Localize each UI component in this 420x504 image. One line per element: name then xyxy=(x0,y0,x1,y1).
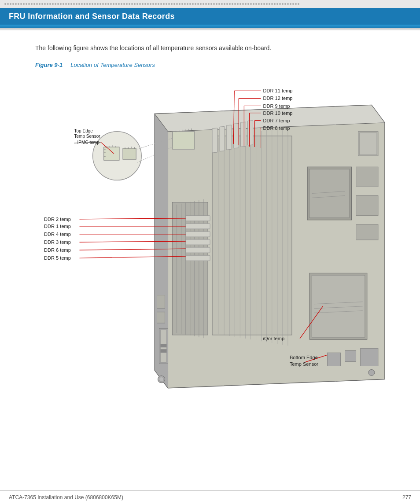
svg-rect-80 xyxy=(123,148,136,159)
svg-rect-54 xyxy=(247,121,253,145)
svg-rect-47 xyxy=(186,247,210,253)
iqor-label: iQor temp xyxy=(263,336,285,341)
svg-rect-45 xyxy=(186,232,210,237)
ddr5-label: DDR 5 temp xyxy=(44,255,71,261)
page-number: 277 xyxy=(402,494,411,500)
ddr6-label: DDR 6 temp xyxy=(44,247,71,253)
svg-rect-33 xyxy=(356,196,378,216)
svg-rect-51 xyxy=(226,125,232,150)
figure-caption: Figure 9-1 Location of Temperature Senso… xyxy=(35,62,385,68)
svg-rect-34 xyxy=(356,224,378,240)
footer-left-text: ATCA-7365 Installation and Use (6806800K… xyxy=(9,494,123,500)
header-dots-bar xyxy=(0,0,420,8)
figure-number: Figure 9-1 xyxy=(35,62,63,68)
ddr10-label: DDR 10 temp xyxy=(263,110,293,116)
ddr2-label: DDR 2 temp xyxy=(44,217,71,222)
board-diagram: DDR 11 temp DDR 12 temp DDR 9 temp DDR 1… xyxy=(35,77,385,398)
main-content: The following figure shows the locations… xyxy=(0,30,420,416)
page-title: FRU Information and Sensor Data Records xyxy=(9,12,175,21)
ddr12-label: DDR 12 temp xyxy=(263,96,293,101)
top-edge-label: Top Edge xyxy=(74,129,93,133)
svg-rect-41 xyxy=(345,350,356,361)
ddr11-label: DDR 11 temp xyxy=(263,88,293,93)
svg-point-63 xyxy=(368,370,375,376)
ddr8-label: DDR 8 temp xyxy=(263,125,290,131)
ddr4-label: DDR 4 temp xyxy=(44,232,71,237)
svg-rect-53 xyxy=(240,122,246,147)
page-footer: ATCA-7365 Installation and Use (6806800K… xyxy=(0,490,420,504)
pcb-board xyxy=(93,105,385,388)
svg-point-62 xyxy=(159,377,163,382)
intro-paragraph: The following figure shows the locations… xyxy=(35,44,385,53)
diagram-container: DDR 11 temp DDR 12 temp DDR 9 temp DDR 1… xyxy=(35,77,385,398)
bottom-edge-label: Bottom Edge xyxy=(290,355,318,360)
heatsink-center xyxy=(212,127,292,346)
svg-rect-36 xyxy=(312,275,365,337)
svg-rect-60 xyxy=(157,312,165,323)
svg-rect-72 xyxy=(104,147,119,160)
svg-rect-31 xyxy=(360,133,377,155)
header-dots-pattern xyxy=(0,2,304,6)
svg-rect-42 xyxy=(361,348,378,366)
svg-rect-59 xyxy=(157,295,165,309)
svg-rect-46 xyxy=(186,239,210,245)
svg-rect-32 xyxy=(356,167,378,187)
header-stripe xyxy=(0,25,420,28)
temp-sensor-label: Temp Sensor xyxy=(74,134,100,139)
svg-rect-57 xyxy=(160,344,166,347)
svg-rect-27 xyxy=(309,169,349,218)
ddr1-label: DDR 1 temp xyxy=(44,224,71,229)
bottom-temp-label: Temp Sensor xyxy=(290,361,318,367)
figure-title: Location of Temperature Sensors xyxy=(70,62,155,68)
svg-rect-49 xyxy=(212,128,217,153)
ddr3-label: DDR 3 temp xyxy=(44,239,71,245)
svg-rect-64 xyxy=(173,132,195,149)
ddr7-label: DDR 7 temp xyxy=(263,118,290,123)
svg-rect-44 xyxy=(186,224,210,229)
svg-rect-50 xyxy=(219,126,225,151)
svg-rect-58 xyxy=(160,349,166,353)
svg-rect-48 xyxy=(186,255,210,261)
svg-rect-40 xyxy=(327,353,340,366)
svg-rect-52 xyxy=(233,123,239,148)
svg-rect-43 xyxy=(186,216,210,221)
page-title-bar: FRU Information and Sensor Data Records xyxy=(0,8,420,25)
ddr9-label: DDR 9 temp xyxy=(263,103,290,109)
